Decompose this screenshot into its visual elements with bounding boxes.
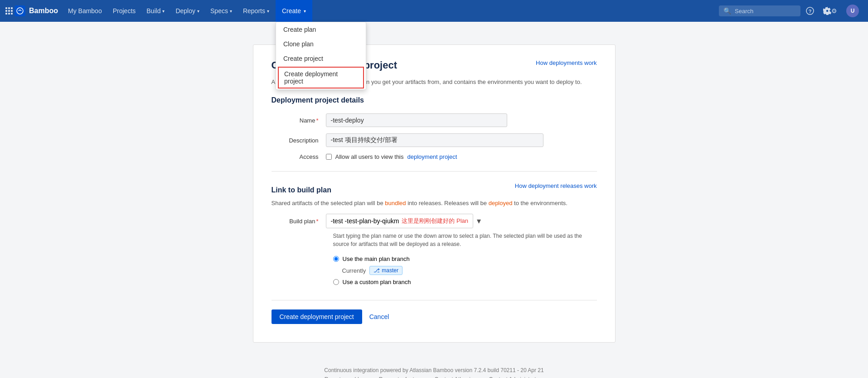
name-row: Name — [272, 113, 597, 127]
access-row: Access Allow all users to view this depl… — [272, 153, 597, 160]
navbar: Bamboo My Bamboo Projects Build ▾ Deploy… — [0, 0, 868, 22]
build-plan-row: Build plan -test -test-plan-by-qiukm 这里是… — [272, 214, 597, 228]
branch-options: Use the main plan branch Currently ⎇ mas… — [333, 255, 597, 285]
plan-red-label: 这里是刚刚创建好的 Plan — [402, 217, 468, 225]
footer-link-contact-admins[interactable]: Contact Administrators — [489, 376, 544, 378]
reports-chevron-icon: ▾ — [267, 9, 269, 14]
create-dropdown-wrapper: Create ▾ Create plan Clone plan Create p… — [276, 0, 312, 22]
access-checkbox-label: Allow all users to view this — [335, 153, 404, 160]
footer-links: Report a problem · Request a feature · C… — [0, 376, 868, 378]
radio-custom-branch[interactable] — [333, 279, 339, 285]
build-chevron-icon: ▾ — [162, 9, 165, 14]
create-deployment-project-button[interactable]: Create deployment project — [272, 309, 362, 324]
help-icon[interactable]: ? — [802, 0, 818, 22]
build-plan-value-display: -test -test-plan-by-qiukm 这里是刚刚创建好的 Plan — [326, 214, 474, 228]
radio-custom-branch-row: Use a custom plan branch — [333, 279, 597, 285]
description-input[interactable] — [326, 133, 543, 147]
nav-build[interactable]: Build ▾ — [142, 0, 169, 22]
footer-link-contact-atlassian[interactable]: Contact Atlassian — [435, 376, 477, 378]
dropdown-item-create-project[interactable]: Create project — [276, 51, 366, 66]
currently-row: Currently ⎇ master — [342, 266, 597, 275]
footer-link-feature[interactable]: Request a feature — [379, 376, 422, 378]
nav-projects[interactable]: Projects — [108, 0, 141, 22]
dropdown-item-create-plan[interactable]: Create plan — [276, 22, 366, 37]
branch-name: master — [382, 267, 398, 274]
dropdown-item-clone-plan[interactable]: Clone plan — [276, 37, 366, 51]
radio-main-branch-row: Use the main plan branch — [333, 255, 597, 262]
avatar[interactable]: U — [843, 0, 863, 22]
git-icon: ⎇ — [373, 267, 380, 274]
deployment-details-title: Deployment project details — [272, 96, 597, 106]
deploy-chevron-icon: ▾ — [197, 9, 199, 14]
nav-deploy[interactable]: Deploy ▾ — [171, 0, 204, 22]
grid-icon[interactable] — [5, 7, 13, 15]
radio-main-branch-label: Use the main plan branch — [343, 255, 410, 262]
cancel-button[interactable]: Cancel — [368, 309, 391, 324]
search-icon: 🔍 — [723, 7, 731, 15]
search-placeholder: Search — [735, 8, 753, 15]
deployment-project-link[interactable]: deployment project — [407, 153, 457, 160]
radio-custom-branch-label: Use a custom plan branch — [343, 279, 411, 285]
radio-main-branch[interactable] — [333, 256, 339, 262]
user-avatar: U — [846, 5, 859, 17]
section-divider — [272, 171, 597, 172]
settings-icon[interactable]: ⚙ — [820, 0, 841, 22]
footer-ci-text: Continuous integration powered by Atlass… — [0, 367, 868, 373]
dropdown-item-create-deployment-project[interactable]: Create deployment project — [278, 67, 364, 88]
access-label: Access — [272, 153, 326, 160]
specs-chevron-icon: ▾ — [230, 9, 232, 14]
nav-my-bamboo[interactable]: My Bamboo — [63, 0, 107, 22]
page-footer: Continuous integration powered by Atlass… — [0, 356, 868, 378]
build-plan-dropdown-arrow[interactable]: ▾ — [477, 216, 481, 226]
description-label: Description — [272, 137, 326, 144]
bundled-word: bundled — [385, 200, 406, 206]
svg-text:?: ? — [809, 9, 812, 14]
link-build-title: Link to build plan — [272, 186, 331, 196]
create-chevron-icon: ▾ — [304, 9, 306, 14]
footer-link-report[interactable]: Report a problem — [325, 376, 367, 378]
search-box[interactable]: 🔍 Search — [719, 5, 800, 16]
currently-label: Currently — [342, 267, 366, 274]
brand[interactable]: Bamboo — [15, 5, 58, 16]
create-button[interactable]: Create ▾ — [276, 0, 312, 22]
how-deployments-link[interactable]: How deployments work — [536, 59, 596, 66]
build-plan-header: Link to build plan How deployment releas… — [272, 182, 597, 196]
page-wrapper: How deployments work Create deployment p… — [0, 22, 868, 343]
form-actions: Create deployment project Cancel — [272, 300, 597, 324]
svg-point-0 — [17, 8, 23, 14]
how-releases-link[interactable]: How deployment releases work — [515, 182, 597, 189]
plan-text: -test -test-plan-by-qiukm — [331, 217, 399, 225]
deployed-word: deployed — [489, 200, 513, 206]
create-dropdown-menu: Create plan Clone plan Create project Cr… — [276, 22, 366, 90]
description-row: Description — [272, 133, 597, 147]
access-options: Allow all users to view this deployment … — [326, 153, 457, 160]
shared-artifacts-text: Shared artifacts of the selected plan wi… — [272, 200, 597, 206]
access-checkbox[interactable] — [326, 154, 332, 160]
nav-specs[interactable]: Specs ▾ — [206, 0, 237, 22]
branch-badge: ⎇ master — [369, 266, 402, 275]
bamboo-logo — [15, 5, 25, 16]
name-label: Name — [272, 117, 326, 124]
name-input[interactable] — [326, 113, 507, 127]
build-plan-label: Build plan — [272, 218, 326, 225]
nav-reports[interactable]: Reports ▾ — [238, 0, 274, 22]
plan-hint-text: Start typing the plan name or use the do… — [333, 232, 597, 248]
